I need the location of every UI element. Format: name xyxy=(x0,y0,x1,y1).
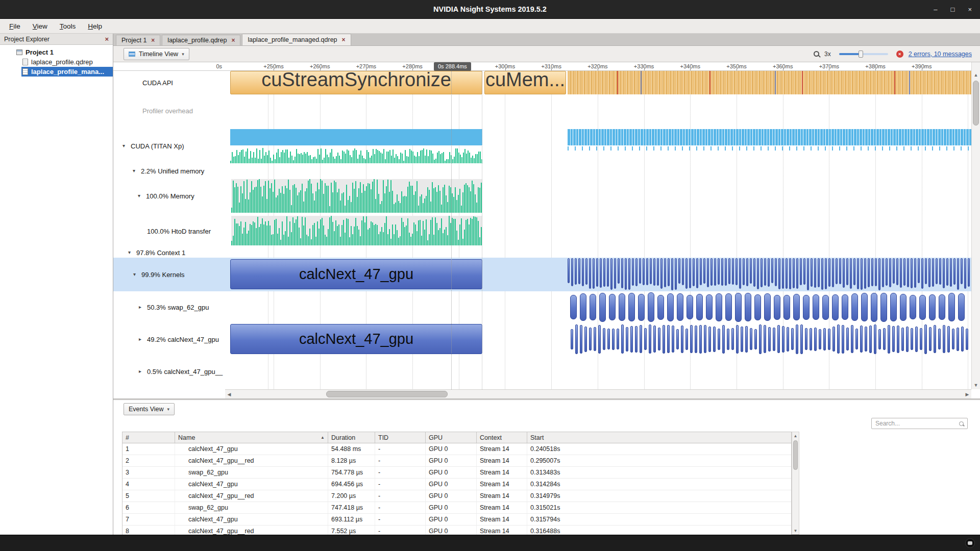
timeline-row-49-2-calcnext-47-gpu[interactable]: ▸49.2% calcNext_47_gpucalcNext_47_gpu xyxy=(113,323,971,356)
tree-item-laplace-profile-mana[interactable]: laplace_profile_mana... xyxy=(0,67,113,77)
timeline-row-track[interactable] xyxy=(225,177,971,215)
timeline-vscroll-thumb[interactable] xyxy=(973,81,979,126)
table-row[interactable]: 3swap_62_gpu754.778 µs-GPU 0Stream 140.3… xyxy=(122,467,791,479)
timeline-row-label[interactable]: ▸50.3% swap_62_gpu xyxy=(113,291,225,323)
timeline-hscroll-thumb[interactable] xyxy=(326,391,448,397)
timeline-row-track[interactable]: calcNext_47_gpu xyxy=(225,258,971,291)
timeline-row-profiler-overhead[interactable]: Profiler overhead xyxy=(113,94,971,127)
kernel-range-bar[interactable]: calcNext_47_gpu xyxy=(230,259,482,289)
scroll-up-icon[interactable]: ▲ xyxy=(972,71,980,79)
scroll-right-icon[interactable]: ▶ xyxy=(963,390,971,398)
chevron-down-icon[interactable]: ▾ xyxy=(133,168,135,173)
chevron-down-icon[interactable]: ▾ xyxy=(138,193,140,198)
chevron-down-icon[interactable]: ▾ xyxy=(128,249,131,255)
cuda-api-range-bar[interactable]: cuStreamSynchronize xyxy=(230,71,482,94)
table-row[interactable]: 8calcNext_47_gpu__red7.552 µs-GPU 0Strea… xyxy=(122,525,791,535)
timeline-row-0-5-calcnext-47-gpu[interactable]: ▸0.5% calcNext_47_gpu__ xyxy=(113,356,971,387)
minimize-icon[interactable]: – xyxy=(934,6,937,13)
timeline-row-track[interactable]: calcNext_47_gpu xyxy=(225,323,971,356)
timeline-row-cuda-titan-xp[interactable]: ▾CUDA (TITAN Xp) xyxy=(113,127,971,165)
errors-messages-link[interactable]: 2 errors, 10 messages xyxy=(909,51,972,58)
menu-item-file[interactable]: File xyxy=(3,20,27,32)
column-header-gpu[interactable]: GPU xyxy=(426,432,477,443)
timeline-row-100-0-memory[interactable]: ▾100.0% Memory xyxy=(113,177,971,215)
timeline-row-label[interactable]: ▸49.2% calcNext_47_gpu xyxy=(113,323,225,356)
zoom-slider[interactable] xyxy=(839,53,888,55)
scroll-left-icon[interactable]: ◀ xyxy=(225,390,233,398)
table-row[interactable]: 7calcNext_47_gpu693.112 µs-GPU 0Stream 1… xyxy=(122,514,791,525)
column-header-duration[interactable]: Duration xyxy=(328,432,375,443)
events-table-scrollbar[interactable]: ▲ ▼ xyxy=(792,432,799,535)
timeline-row-label[interactable]: Profiler overhead xyxy=(113,94,225,127)
scroll-down-icon[interactable]: ▼ xyxy=(792,527,799,534)
timeline-horizontal-scrollbar[interactable]: ◀ ▶ xyxy=(225,389,971,398)
tree-item-laplace-profile-qdrep[interactable]: laplace_profile.qdrep xyxy=(0,57,113,67)
timeline-row-2-2-unified-memory[interactable]: ▾2.2% Unified memory xyxy=(113,165,971,177)
timeline-row-97-8-context-1[interactable]: ▾97.8% Context 1 xyxy=(113,247,971,258)
panel-close-icon[interactable]: × xyxy=(105,35,109,43)
maximize-icon[interactable]: □ xyxy=(951,6,955,13)
timeline-row-label[interactable]: CUDA API xyxy=(113,71,225,94)
tab-laplace-profile-managed-qdrep[interactable]: laplace_profile_managed.qdrep× xyxy=(242,34,351,45)
events-table-scroll-thumb[interactable] xyxy=(793,440,798,470)
search-input[interactable] xyxy=(875,420,957,427)
table-row[interactable]: 4calcNext_47_gpu694.456 µs-GPU 0Stream 1… xyxy=(122,479,791,490)
timeline-row-99-9-kernels[interactable]: ▾99.9% KernelscalcNext_47_gpu xyxy=(113,258,971,291)
close-icon[interactable]: × xyxy=(968,6,972,13)
table-row[interactable]: 2calcNext_47_gpu__red8.128 µs-GPU 0Strea… xyxy=(122,455,791,467)
table-row[interactable]: 1calcNext_47_gpu54.488 ms-GPU 0Stream 14… xyxy=(122,443,791,455)
column-header-name[interactable]: Name▲ xyxy=(175,432,328,443)
events-view-label: Events View xyxy=(129,406,164,413)
timeline-row-label[interactable]: ▾2.2% Unified memory xyxy=(113,165,225,177)
table-row[interactable]: 5calcNext_47_gpu__red7.200 µs-GPU 0Strea… xyxy=(122,490,791,502)
chevron-right-icon[interactable]: ▸ xyxy=(139,304,141,310)
timeline-row-label[interactable]: ▸0.5% calcNext_47_gpu__ xyxy=(113,356,225,387)
column-header-[interactable]: # xyxy=(122,432,175,443)
column-header-start[interactable]: Start xyxy=(527,432,792,443)
cuda-api-range-bar[interactable]: cuMem... xyxy=(484,71,566,94)
timeline-row-50-3-swap-62-gpu[interactable]: ▸50.3% swap_62_gpu xyxy=(113,291,971,323)
column-header-context[interactable]: Context xyxy=(477,432,527,443)
timeline-row-100-0-htod-transfer[interactable]: 100.0% HtoD transfer xyxy=(113,215,971,247)
timeline-row-track[interactable] xyxy=(225,127,971,165)
scroll-down-icon[interactable]: ▼ xyxy=(972,381,980,389)
table-row[interactable]: 6swap_62_gpu747.418 µs-GPU 0Stream 140.3… xyxy=(122,502,791,514)
menu-item-help[interactable]: Help xyxy=(82,20,108,32)
chevron-right-icon[interactable]: ▸ xyxy=(139,336,141,342)
zoom-slider-handle[interactable] xyxy=(859,51,863,58)
chevron-down-icon: ▾ xyxy=(182,52,184,57)
timeline-row-track[interactable] xyxy=(225,247,971,258)
column-header-tid[interactable]: TID xyxy=(375,432,426,443)
menu-item-view[interactable]: View xyxy=(27,20,54,32)
timeline-row-cuda-api[interactable]: CUDA APIcuStreamSynchronizecuMem... xyxy=(113,71,971,94)
tree-item-project-1[interactable]: Project 1 xyxy=(0,47,113,57)
timeline-row-label[interactable]: ▾99.9% Kernels xyxy=(113,258,225,291)
notification-icon[interactable] xyxy=(965,538,975,548)
kernel-range-bar[interactable]: calcNext_47_gpu xyxy=(230,324,482,354)
timeline-row-track[interactable] xyxy=(225,291,971,323)
chevron-right-icon[interactable]: ▸ xyxy=(139,368,141,374)
events-view-selector[interactable]: Events View ▾ xyxy=(124,403,175,415)
timeline-ruler[interactable]: 0s +250ms+260ms+270ms+280ms+290ms+300ms+… xyxy=(113,62,971,71)
tab-close-icon[interactable]: × xyxy=(231,37,235,44)
timeline-row-track[interactable] xyxy=(225,94,971,127)
timeline-row-track[interactable] xyxy=(225,356,971,387)
timeline-view-selector[interactable]: Timeline View ▾ xyxy=(124,48,189,60)
timeline-row-track[interactable] xyxy=(225,165,971,177)
timeline-row-label[interactable]: ▾100.0% Memory xyxy=(113,177,225,215)
timeline-vertical-scrollbar[interactable]: ▲ ▼ xyxy=(971,62,980,389)
tab-close-icon[interactable]: × xyxy=(342,36,346,43)
timeline-row-label[interactable]: 100.0% HtoD transfer xyxy=(113,215,225,247)
tab-laplace-profile-qdrep[interactable]: laplace_profile.qdrep× xyxy=(162,35,240,45)
menu-item-tools[interactable]: Tools xyxy=(54,20,82,32)
chevron-down-icon[interactable]: ▾ xyxy=(133,271,136,277)
cell-: 1 xyxy=(122,443,175,455)
timeline-row-label[interactable]: ▾97.8% Context 1 xyxy=(113,247,225,258)
tab-project-1[interactable]: Project 1× xyxy=(116,35,160,45)
timeline-row-track[interactable] xyxy=(225,215,971,247)
tab-close-icon[interactable]: × xyxy=(151,37,155,44)
timeline-row-label[interactable]: ▾CUDA (TITAN Xp) xyxy=(113,127,225,165)
chevron-down-icon[interactable]: ▾ xyxy=(122,143,125,148)
scroll-up-icon[interactable]: ▲ xyxy=(792,432,799,439)
timeline-row-track[interactable]: cuStreamSynchronizecuMem... xyxy=(225,71,971,94)
